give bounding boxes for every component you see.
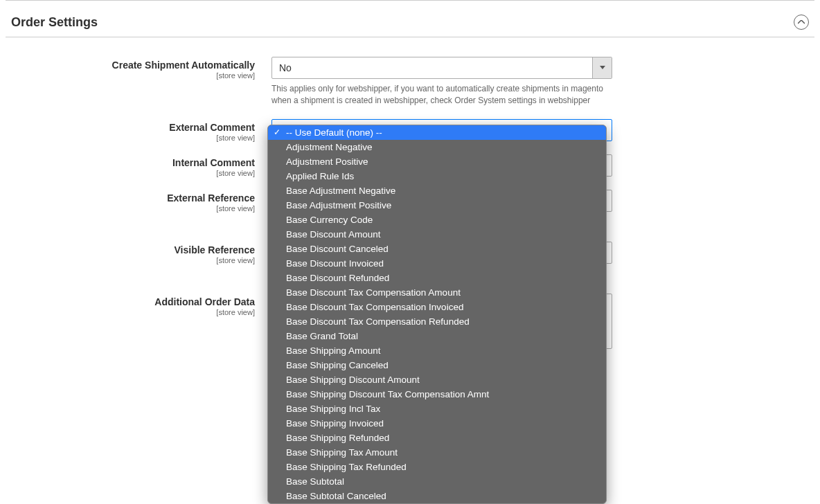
dropdown-option[interactable]: Base Subtotal Canceled	[268, 489, 606, 503]
scope-label: [store view]	[6, 256, 255, 264]
scope-label: [store view]	[6, 134, 255, 142]
dropdown-option[interactable]: Base Shipping Discount Tax Compensation …	[268, 387, 606, 402]
dropdown-option[interactable]: Base Grand Total	[268, 329, 606, 343]
scope-label: [store view]	[6, 204, 255, 213]
collapse-toggle[interactable]	[794, 15, 809, 30]
dropdown-option[interactable]: Base Discount Invoiced	[268, 256, 606, 271]
dropdown-option[interactable]: Base Shipping Invoiced	[268, 416, 606, 431]
dropdown-option[interactable]: Adjustment Positive	[268, 154, 606, 169]
chevron-up-icon	[798, 20, 805, 24]
dropdown-option[interactable]: Applied Rule Ids	[268, 169, 606, 183]
dropdown-option[interactable]: Adjustment Negative	[268, 140, 606, 154]
dropdown-option[interactable]: Base Adjustment Negative	[268, 183, 606, 198]
external-reference-label: External Reference	[6, 192, 255, 204]
dropdown-option[interactable]: Base Shipping Amount	[268, 343, 606, 358]
dropdown-option[interactable]: Base Discount Refunded	[268, 271, 606, 285]
dropdown-option[interactable]: Base Discount Amount	[268, 227, 606, 242]
dropdown-option[interactable]: Base Adjustment Positive	[268, 198, 606, 213]
section-title: Order Settings	[11, 15, 98, 30]
internal-comment-label: Internal Comment	[6, 157, 255, 168]
dropdown-option[interactable]: Base Shipping Tax Refunded	[268, 460, 606, 474]
dropdown-option[interactable]: Base Currency Code	[268, 213, 606, 227]
additional-order-data-label: Additional Order Data	[6, 296, 255, 307]
dropdown-option[interactable]: Base Shipping Canceled	[268, 358, 606, 372]
scope-label: [store view]	[6, 71, 255, 80]
create-shipment-label: Create Shipment Automatically	[6, 60, 255, 71]
create-shipment-select[interactable]: No	[271, 57, 612, 79]
chevron-down-icon	[592, 57, 612, 78]
scope-label: [store view]	[6, 308, 255, 316]
create-shipment-value: No	[272, 62, 592, 73]
dropdown-option[interactable]: Base Shipping Tax Amount	[268, 445, 606, 460]
dropdown-option[interactable]: Base Discount Tax Compensation Invoiced	[268, 300, 606, 314]
dropdown-option[interactable]: Base Discount Tax Compensation Refunded	[268, 314, 606, 329]
dropdown-option[interactable]: Base Subtotal	[268, 474, 606, 489]
dropdown-option[interactable]: Base Shipping Refunded	[268, 431, 606, 445]
create-shipment-help: This applies only for webshipper, if you…	[271, 83, 604, 107]
visible-reference-label: Visible Reference	[6, 244, 255, 255]
create-shipment-row: Create Shipment Automatically [store vie…	[6, 57, 814, 107]
dropdown-option[interactable]: Base Discount Canceled	[268, 242, 606, 256]
external-comment-label: External Comment	[6, 122, 255, 133]
dropdown-option[interactable]: Base Discount Tax Compensation Amount	[268, 285, 606, 300]
dropdown-option[interactable]: Base Shipping Incl Tax	[268, 402, 606, 416]
section-header: Order Settings	[6, 1, 814, 37]
dropdown-option[interactable]: -- Use Default (none) --	[268, 125, 606, 140]
dropdown-option[interactable]: Base Shipping Discount Amount	[268, 372, 606, 387]
scope-label: [store view]	[6, 169, 255, 177]
dropdown-popup: -- Use Default (none) --Adjustment Negat…	[267, 125, 607, 504]
